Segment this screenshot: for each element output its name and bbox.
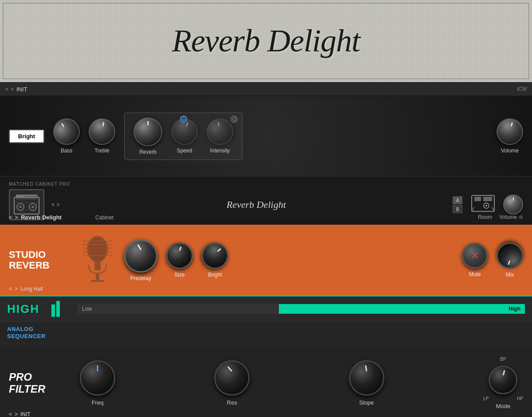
bass-knob[interactable] (48, 113, 85, 150)
slope-label: Slope (359, 399, 374, 406)
freq-label: Freq (92, 399, 104, 406)
reverb-knob-group: Reverb (133, 117, 162, 155)
filter-preset-prev[interactable]: < (9, 411, 12, 417)
reverb-box: ⏻ Reverb ⏻ Speed Intensity (124, 113, 243, 160)
high-bar-2 (56, 301, 60, 317)
mic-icon (80, 234, 115, 287)
mix-label: Mix (506, 272, 514, 278)
gear-icon[interactable]: ⚙ (519, 214, 523, 220)
cabinet-volume-knob[interactable] (503, 195, 523, 214)
microphone-svg (82, 236, 113, 284)
studio-reverb-title-area: STUDIO REVERB (9, 249, 71, 271)
res-label: Res (227, 399, 237, 406)
amp-cabinet-svg (13, 194, 40, 216)
mute-button[interactable]: ✕ (462, 243, 488, 269)
svg-point-26 (90, 246, 106, 253)
svg-rect-11 (483, 197, 492, 201)
cab-preset-name: Reverb Delight (67, 199, 446, 210)
bright-knob[interactable] (197, 238, 233, 274)
preset-next-arrow[interactable]: > (11, 86, 13, 92)
studio-reverb-section: STUDIO REVERB < > Long Hall Predelay S (0, 225, 532, 296)
reverb-preset-prev[interactable]: < (9, 286, 12, 292)
cabinet-bottom-labels: < > Reverb Delight Cabinet Room Volume ⚙ (0, 213, 532, 221)
preset-bar: < > INIT ICM (0, 82, 532, 96)
treble-knob-group: Treble (89, 118, 115, 154)
preset-prev-arrow[interactable]: < (5, 86, 8, 92)
treble-label: Treble (94, 148, 110, 154)
filter-preset-name: INIT (20, 411, 31, 417)
amp-section: Bright Bass Treble ⏻ Reverb ⏻ Speed Inte… (0, 96, 532, 176)
svg-rect-25 (91, 280, 104, 282)
lp-label: LP (483, 396, 489, 401)
cab-preset-label: Reverb Delight (21, 214, 62, 221)
freq-knob[interactable] (80, 360, 115, 396)
bright-label: Bright (208, 272, 222, 278)
cab-preset-arrows[interactable]: < > (51, 201, 60, 208)
studio-reverb-preset-row: < > Long Hall (9, 286, 43, 292)
amp-volume-knob[interactable] (493, 115, 526, 148)
svg-rect-10 (474, 197, 481, 201)
bass-knob-group: Bass (53, 118, 80, 154)
size-knob[interactable] (166, 242, 193, 269)
icm-label: ICM (517, 86, 527, 92)
pro-filter-section: PRO FILTER < > INIT Freq Res Slope BP LP… (0, 344, 532, 417)
high-label: HIGH (7, 302, 43, 316)
bright-group: Bright (202, 242, 228, 278)
b-button[interactable]: B (453, 205, 462, 213)
treble-knob[interactable] (86, 116, 117, 147)
amp-volume-label: Volume (501, 148, 519, 154)
high-slider-track: Low High (78, 304, 525, 314)
speed-knob[interactable] (168, 115, 202, 149)
res-knob[interactable] (214, 360, 250, 396)
app-title: Reverb Delight (0, 0, 532, 82)
mix-knob[interactable] (497, 242, 523, 269)
matched-cabinet-label: MATCHED CABINET PRO (9, 182, 70, 187)
predelay-knob[interactable] (124, 239, 157, 273)
hp-label: HP (517, 396, 523, 401)
mode-label: Mode (496, 403, 511, 409)
intensity-label: Intensity (210, 148, 230, 154)
reverb-preset-name: Long Hall (20, 286, 43, 292)
cab-preset-nav: < > Reverb Delight (9, 214, 62, 221)
reverb-preset-next[interactable]: > (15, 286, 18, 292)
reverb-knob[interactable] (133, 117, 162, 146)
svg-rect-0 (14, 197, 39, 214)
filter-preset-next[interactable]: > (15, 411, 18, 417)
mode-knob-container: BP LP HP Mode (483, 357, 523, 409)
cab-next-arrow[interactable]: > (15, 214, 19, 221)
svg-rect-24 (96, 273, 99, 280)
room-svg (471, 195, 495, 214)
svg-point-6 (31, 206, 34, 208)
pro-filter-title-area: PRO FILTER (9, 371, 66, 395)
mute-group: ✕ Mute (462, 243, 488, 277)
reverb-label: Reverb (139, 149, 156, 155)
cab-prev-arrow[interactable]: < (9, 214, 12, 221)
slope-knob[interactable] (349, 360, 384, 396)
slider-high-label: High (509, 306, 520, 312)
size-label: Size (174, 272, 184, 278)
res-knob-group: Res (214, 360, 250, 406)
svg-point-15 (485, 205, 487, 207)
cabinet-text: Cabinet (95, 214, 113, 221)
speed-label: Speed (177, 148, 192, 154)
speed-knob-group: Speed (171, 118, 198, 154)
volume-knob-group: Volume (497, 118, 523, 154)
high-slider-fill (279, 304, 525, 314)
svg-point-4 (19, 206, 22, 208)
analog-sequencer-section: ANALOG SEQUENCER (0, 321, 532, 344)
mode-knob[interactable] (489, 366, 517, 394)
filter-preset-row: < > INIT (9, 411, 31, 417)
high-section: HIGH Low High (0, 296, 532, 321)
preset-name-top: INIT (16, 86, 27, 93)
a-button[interactable]: A (453, 196, 462, 204)
freq-knob-group: Freq (80, 360, 115, 406)
predelay-label: Predelay (130, 275, 151, 281)
bright-button[interactable]: Bright (9, 129, 44, 143)
high-bar-1 (51, 304, 55, 317)
room-label: Room (478, 214, 492, 220)
reverb-power-indicator[interactable]: ⏻ (231, 116, 238, 123)
high-slider-container[interactable]: Low High (78, 303, 525, 315)
studio-reverb-title: STUDIO REVERB (9, 249, 71, 271)
header-section: Reverb Delight (0, 0, 532, 82)
predelay-group: Predelay (124, 239, 157, 281)
